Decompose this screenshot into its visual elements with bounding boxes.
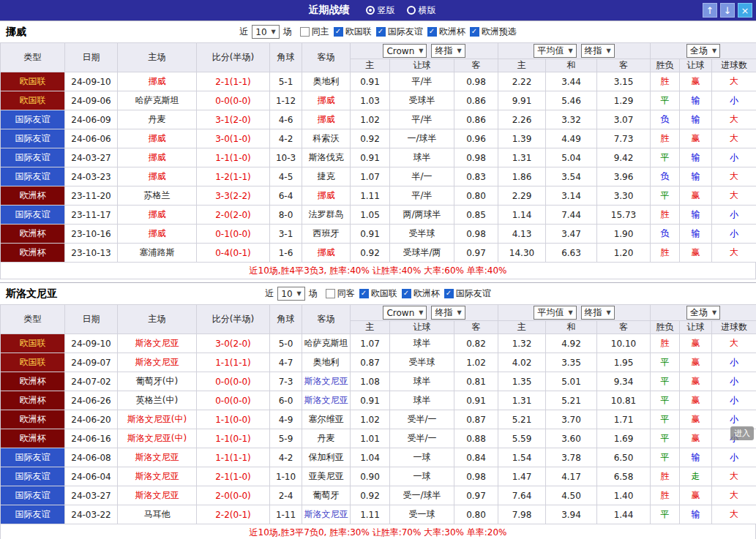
average-select[interactable]: 平均值 ▼ — [534, 44, 576, 58]
bookmaker-select[interactable]: Crown ▼ — [383, 44, 427, 58]
handicap-period-select[interactable]: 终指 ▼ — [431, 44, 465, 58]
away-team[interactable]: 葡萄牙 — [302, 486, 351, 505]
filter-checkbox[interactable]: 国际友谊 — [376, 26, 423, 38]
filter-checkbox[interactable]: 欧国联 — [359, 287, 397, 300]
filter-checkbox[interactable]: 欧洲杯 — [427, 26, 465, 38]
recent-count-select[interactable]: 10 ▼ — [252, 25, 279, 39]
away-team[interactable]: 斯洛文尼亚 — [302, 372, 351, 391]
home-team[interactable]: 挪威 — [118, 148, 197, 167]
home-team[interactable]: 斯洛文尼亚 — [118, 486, 197, 505]
scroll-down-button[interactable]: ↓ — [720, 3, 735, 18]
home-team[interactable]: 苏格兰 — [118, 186, 197, 206]
match-date: 24-03-27 — [65, 486, 118, 505]
away-team[interactable]: 丹麦 — [302, 429, 351, 448]
away-team[interactable]: 塞尔维亚 — [302, 410, 351, 429]
scope-select[interactable]: 全场 ▼ — [686, 44, 720, 58]
away-team[interactable]: 保加利亚 — [302, 448, 351, 467]
match-score[interactable]: 0-0(0-0) — [197, 391, 270, 410]
scope-select[interactable]: 全场 ▼ — [686, 306, 720, 320]
average-select[interactable]: 平均值 ▼ — [534, 306, 576, 320]
goals-result: 大 — [712, 467, 756, 486]
match-score[interactable]: 0-4(0-1) — [197, 244, 270, 263]
home-team[interactable]: 挪威 — [118, 167, 197, 186]
view-option-1[interactable]: 横版 — [407, 4, 436, 17]
scroll-up-button[interactable]: ↑ — [703, 3, 717, 18]
match-score[interactable]: 1-2(1-1) — [197, 167, 270, 186]
filter-checkbox[interactable]: 国际友谊 — [444, 287, 491, 300]
match-score[interactable]: 2-0(0-0) — [197, 486, 270, 505]
match-score[interactable]: 0-0(0-0) — [197, 372, 270, 391]
away-team[interactable]: 挪威 — [302, 186, 351, 206]
match-score[interactable]: 1-1(1-0) — [197, 148, 270, 167]
home-team[interactable]: 挪威 — [118, 225, 197, 244]
away-team[interactable]: 奥地利 — [302, 353, 351, 372]
match-score[interactable]: 1-1(0-1) — [197, 429, 270, 448]
home-team[interactable]: 马耳他 — [118, 505, 197, 524]
filter-checkbox[interactable]: 欧国联 — [334, 26, 372, 38]
match-score[interactable]: 0-0(0-0) — [197, 91, 270, 110]
home-team[interactable]: 丹麦 — [118, 110, 197, 129]
home-team[interactable]: 英格兰(中) — [118, 391, 197, 410]
away-team[interactable]: 捷克 — [302, 167, 351, 186]
match-score[interactable]: 1-1(0-0) — [197, 410, 270, 429]
competition-type: 欧洲杯 — [1, 410, 65, 429]
avg-away-odds: 3.15 — [597, 72, 651, 91]
floating-hint[interactable]: 进入 — [730, 426, 754, 440]
corner-score: 5-0 — [270, 334, 302, 353]
home-team[interactable]: 挪威 — [118, 129, 197, 148]
home-team[interactable]: 斯洛文尼亚(中) — [118, 429, 197, 448]
europe-period-select[interactable]: 终指 ▼ — [581, 44, 615, 58]
away-team[interactable]: 奥地利 — [302, 72, 351, 91]
match-score[interactable]: 3-1(2-0) — [197, 110, 270, 129]
bookmaker-select[interactable]: Crown ▼ — [383, 306, 427, 320]
match-score[interactable]: 2-0(2-0) — [197, 206, 270, 225]
recent-count-select[interactable]: 10 ▼ — [277, 287, 304, 301]
match-score[interactable]: 1-1(1-1) — [197, 353, 270, 372]
view-option-0[interactable]: 竖版 — [366, 4, 395, 17]
competition-type: 欧洲杯 — [1, 391, 65, 410]
filter-checkbox[interactable]: 同主 — [300, 26, 329, 38]
away-team[interactable]: 法罗群岛 — [302, 206, 351, 225]
away-team[interactable]: 亚美尼亚 — [302, 467, 351, 486]
home-team[interactable]: 挪威 — [118, 206, 197, 225]
home-team[interactable]: 斯洛文尼亚 — [118, 467, 197, 486]
europe-period-select[interactable]: 终指 ▼ — [581, 306, 615, 320]
match-score[interactable]: 2-2(0-1) — [197, 505, 270, 524]
match-score[interactable]: 3-0(2-0) — [197, 334, 270, 353]
avg-home-odds: 5.59 — [498, 429, 546, 448]
away-team[interactable]: 斯洛文尼亚 — [302, 391, 351, 410]
match-score[interactable]: 2-1(1-1) — [197, 72, 270, 91]
close-button[interactable]: × — [738, 3, 752, 18]
match-score[interactable]: 3-3(2-2) — [197, 186, 270, 206]
home-team[interactable]: 葡萄牙(中) — [118, 372, 197, 391]
home-team[interactable]: 挪威 — [118, 72, 197, 91]
filter-checkbox[interactable]: 同客 — [326, 287, 355, 300]
filter-checkbox[interactable]: 欧洲杯 — [402, 287, 440, 300]
away-team[interactable]: 挪威 — [302, 110, 351, 129]
home-team[interactable]: 斯洛文尼亚 — [118, 334, 197, 353]
avg-draw-odds: 7.44 — [546, 206, 597, 225]
filter-label: 国际友谊 — [456, 287, 491, 300]
away-team[interactable]: 斯洛伐克 — [302, 148, 351, 167]
home-team[interactable]: 斯洛文尼亚 — [118, 353, 197, 372]
match-score[interactable]: 3-0(1-0) — [197, 129, 270, 148]
away-team[interactable]: 哈萨克斯坦 — [302, 334, 351, 353]
away-team[interactable]: 挪威 — [302, 91, 351, 110]
home-team[interactable]: 斯洛文尼亚 — [118, 448, 197, 467]
match-rows: 欧国联24-09-10斯洛文尼亚3-0(2-0)5-0哈萨克斯坦1.07球半0.… — [1, 334, 756, 524]
home-team[interactable]: 斯洛文尼亚(中) — [118, 410, 197, 429]
radio-icon — [366, 6, 375, 15]
away-team[interactable]: 科索沃 — [302, 129, 351, 148]
chevron-down-icon: ▼ — [607, 309, 611, 316]
match-score[interactable]: 0-1(0-0) — [197, 225, 270, 244]
handicap-period-select[interactable]: 终指 ▼ — [431, 306, 465, 320]
away-team[interactable]: 斯洛文尼亚 — [302, 505, 351, 524]
home-team[interactable]: 哈萨克斯坦 — [118, 91, 197, 110]
match-score[interactable]: 2-1(1-0) — [197, 467, 270, 486]
home-team[interactable]: 塞浦路斯 — [118, 244, 197, 263]
match-score[interactable]: 1-1(1-1) — [197, 448, 270, 467]
away-team[interactable]: 西班牙 — [302, 225, 351, 244]
handicap-line: 受半球 — [390, 225, 454, 244]
filter-checkbox[interactable]: 欧洲预选 — [470, 26, 517, 38]
away-team[interactable]: 挪威 — [302, 244, 351, 263]
